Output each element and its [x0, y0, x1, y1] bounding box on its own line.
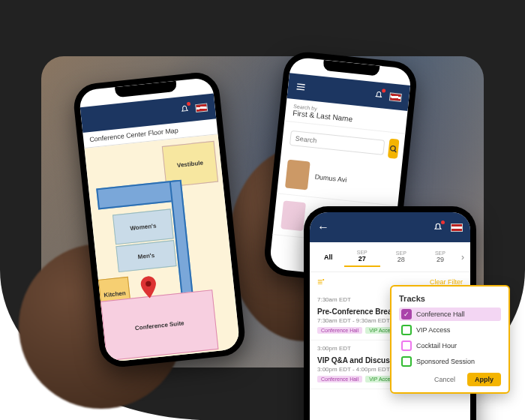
avatar: [285, 160, 310, 190]
date-tab[interactable]: SEP29: [422, 248, 458, 266]
track-option[interactable]: VIP Access: [399, 323, 501, 337]
chevron-right-icon[interactable]: ›: [461, 252, 464, 262]
bell-icon[interactable]: [373, 89, 384, 100]
checkbox-checked-icon[interactable]: ✓: [401, 309, 412, 320]
floor-map[interactable]: Vestibule Women's Men's Kitchen Conferen…: [85, 134, 241, 362]
bell-icon[interactable]: [433, 222, 443, 232]
tracks-title: Tracks: [399, 294, 501, 303]
date-tab[interactable]: SEP27: [344, 247, 380, 267]
locale-flag-icon[interactable]: [451, 224, 463, 232]
search-button[interactable]: [388, 139, 400, 159]
room-womens[interactable]: Women's: [112, 208, 174, 244]
track-label: Cocktail Hour: [416, 342, 457, 350]
date-tab[interactable]: SEP28: [383, 248, 419, 266]
date-tabbar: All SEP27 SEP28 SEP29 ›: [310, 242, 470, 272]
room-suite[interactable]: Conference Suite: [100, 290, 219, 361]
cancel-button[interactable]: Cancel: [427, 373, 463, 386]
room-mens[interactable]: Men's: [116, 240, 176, 272]
session-tag: Conference Hall: [317, 376, 362, 382]
locale-flag-icon[interactable]: [389, 92, 402, 102]
filter-icon[interactable]: ≡•: [317, 277, 324, 287]
locale-flag-icon[interactable]: [195, 103, 208, 112]
bell-icon[interactable]: [178, 104, 190, 115]
track-option[interactable]: ✓ Conference Hall: [399, 308, 501, 321]
avatar: [280, 200, 306, 231]
hamburger-icon[interactable]: [295, 81, 306, 92]
map-pin-icon[interactable]: [140, 275, 158, 299]
corridor: [96, 180, 180, 209]
track-option[interactable]: Sponsored Session: [399, 355, 501, 368]
checkbox-icon[interactable]: [401, 325, 412, 335]
track-label: Conference Hall: [416, 310, 465, 318]
apply-button[interactable]: Apply: [467, 373, 501, 386]
track-label: VIP Access: [416, 326, 450, 334]
back-arrow-icon[interactable]: ←: [317, 220, 329, 234]
person-name: Dumus Avi: [314, 173, 347, 184]
appbar: ←: [310, 212, 470, 242]
track-label: Sponsored Session: [416, 358, 475, 365]
search-input[interactable]: [290, 130, 385, 155]
tracks-popover: Tracks ✓ Conference Hall VIP Access Cock…: [390, 285, 510, 394]
checkbox-icon[interactable]: [401, 340, 412, 351]
date-tab-all[interactable]: All: [316, 250, 341, 264]
session-tag: Conference Hall: [317, 327, 362, 334]
checkbox-icon[interactable]: [401, 356, 412, 367]
track-option[interactable]: Cocktail Hour: [399, 339, 501, 352]
phone-floormap: Conference Center Floor Map Vestibule Wo…: [72, 70, 248, 369]
